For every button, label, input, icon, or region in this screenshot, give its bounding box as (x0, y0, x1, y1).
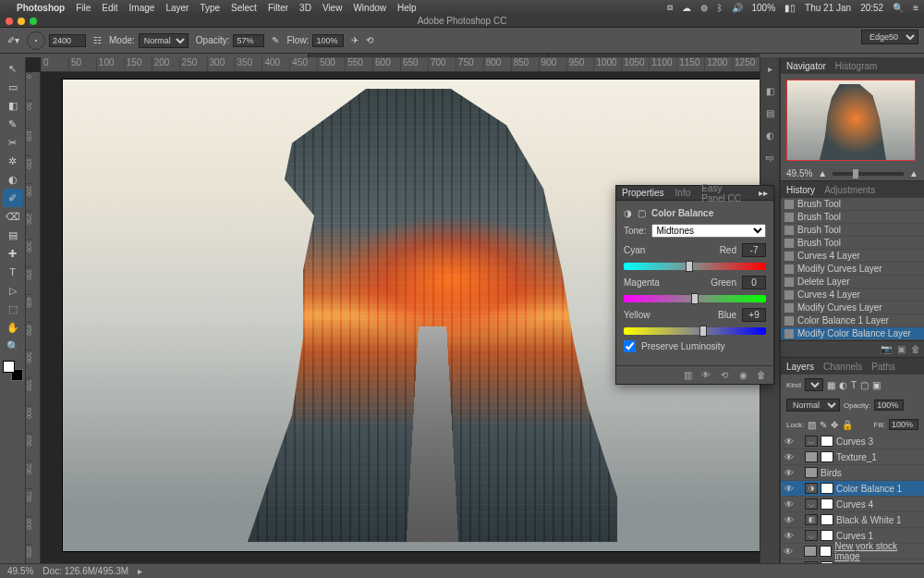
adjustment-thumbnail[interactable]: ◡ (805, 530, 818, 541)
layer-name[interactable]: New york stock image (834, 541, 921, 561)
lock-position-icon[interactable]: ✥ (831, 420, 838, 430)
menu-layer[interactable]: Layer (165, 3, 188, 13)
pressure-opacity-icon[interactable]: ✎ (272, 35, 279, 45)
visibility-icon[interactable]: 👁 (784, 547, 794, 557)
cb-value-field[interactable]: 0 (742, 276, 766, 289)
visibility-icon[interactable]: 👁 (784, 531, 794, 541)
history-snapshot-icon[interactable]: 📷 (881, 344, 892, 354)
zoom-window[interactable] (30, 18, 37, 25)
menubar-time[interactable]: 20:52 (860, 3, 883, 13)
menu-file[interactable]: File (76, 3, 91, 13)
brush-size-field[interactable] (49, 34, 86, 47)
panel-icon[interactable]: ▸ (762, 61, 777, 76)
layer-row[interactable]: 👁Birds (781, 465, 924, 481)
layer-name[interactable]: Black & White 1 (836, 515, 902, 525)
history-item[interactable]: Brush Tool (781, 211, 924, 224)
panel-tab-history[interactable]: History (786, 185, 815, 195)
history-item[interactable]: Color Balance 1 Layer (781, 314, 924, 327)
reset-icon[interactable]: ⟲ (718, 369, 731, 382)
navigator-zoom-value[interactable]: 49.5% (786, 168, 812, 178)
cb-slider[interactable] (624, 327, 766, 335)
toggle-visibility-icon[interactable]: ◉ (736, 369, 749, 382)
panel-tab-histogram[interactable]: Histogram (835, 61, 878, 71)
layer-row[interactable]: 👁New york stock image (781, 544, 924, 560)
blend-mode-select[interactable]: Normal (139, 33, 188, 48)
layer-row[interactable]: 👁◡Curves 4 (781, 497, 924, 512)
layer-mask-thumbnail[interactable] (820, 546, 833, 557)
layer-name[interactable]: Birds (821, 468, 842, 478)
pressure-size-icon[interactable]: ⟲ (366, 35, 373, 45)
layer-name[interactable]: Curves 4 (836, 499, 873, 510)
hand-tool[interactable]: ✋ (3, 318, 23, 337)
dodge-tool[interactable]: ✚ (3, 244, 23, 263)
quick-select-tool[interactable]: ✎ (3, 115, 23, 133)
history-item[interactable]: Curves 4 Layer (781, 289, 924, 301)
notification-icon[interactable]: ≡ (913, 3, 918, 13)
menu-help[interactable]: Help (397, 3, 417, 13)
panel-icon[interactable]: ◧ (762, 83, 777, 98)
history-item[interactable]: Modify Color Balance Layer (781, 327, 924, 340)
panel-tab-adjustments[interactable]: Adjustments (824, 185, 875, 195)
menu-type[interactable]: Type (200, 3, 220, 13)
vertical-ruler[interactable]: 0501001502002503003504004505005506006507… (26, 72, 41, 563)
cb-slider[interactable] (624, 295, 766, 302)
adjustment-thumbnail[interactable]: ◑ (805, 483, 818, 494)
airbrush-icon[interactable]: ✈ (351, 35, 359, 45)
filter-smart-icon[interactable]: ▣ (872, 380, 881, 390)
layer-name[interactable]: Color Balance 1 (836, 484, 902, 494)
zoom-tool[interactable]: 🔍 (3, 337, 23, 355)
minimize-window[interactable] (18, 18, 25, 25)
filter-adj-icon[interactable]: ◐ (839, 380, 847, 390)
visibility-icon[interactable]: 👁 (784, 499, 794, 510)
battery-icon[interactable]: ▮▯ (784, 3, 796, 13)
history-item[interactable]: Modify Curves Layer (781, 301, 924, 314)
visibility-icon[interactable]: 👁 (784, 452, 794, 462)
tool-preset-icon[interactable]: ✐▾ (7, 35, 19, 45)
dropbox-icon[interactable]: ⧈ (667, 2, 673, 13)
foreground-color[interactable] (3, 361, 15, 373)
panel-tab-info[interactable]: Info (675, 188, 691, 198)
cloud-icon[interactable]: ☁ (682, 3, 691, 13)
history-item[interactable]: Brush Tool (781, 224, 924, 237)
lock-transparency-icon[interactable]: ▨ (808, 420, 816, 430)
layer-thumbnail[interactable] (805, 467, 818, 478)
menu-view[interactable]: View (322, 3, 343, 13)
layer-mask-thumbnail[interactable] (821, 498, 833, 510)
opacity-field[interactable] (233, 34, 264, 47)
cb-value-field[interactable]: +9 (742, 308, 766, 322)
layer-filter-select[interactable]: ⬚ (805, 378, 823, 391)
layer-mask-thumbnail[interactable] (821, 436, 833, 447)
layer-row[interactable]: 👁◡Curves 3 (781, 434, 924, 449)
layer-thumbnail[interactable] (805, 451, 818, 462)
panel-icon[interactable]: ◐ (762, 128, 777, 142)
history-item[interactable]: Curves 4 Layer (781, 250, 924, 263)
adjustment-thumbnail[interactable]: ◡ (805, 498, 818, 510)
history-new-icon[interactable]: ▣ (897, 344, 906, 354)
crop-tool[interactable]: ✂ (3, 133, 23, 152)
gradient-tool[interactable]: ▤ (3, 226, 23, 244)
properties-panel[interactable]: Properties Info Easy Panel CC ▸▸ ◑ ▢ Col… (615, 185, 774, 385)
color-swatches[interactable] (3, 361, 23, 381)
layer-blend-select[interactable]: Normal (786, 399, 840, 412)
menu-select[interactable]: Select (231, 3, 257, 13)
filter-pixel-icon[interactable]: ▦ (827, 380, 835, 390)
delete-adjustment-icon[interactable]: 🗑 (755, 369, 768, 382)
wifi-icon[interactable]: ⊚ (700, 3, 708, 13)
app-name[interactable]: Photoshop (17, 3, 65, 13)
view-previous-icon[interactable]: 👁 (699, 369, 712, 382)
lasso-tool[interactable]: ◧ (3, 96, 23, 115)
heal-tool[interactable]: ◐ (3, 170, 23, 189)
history-item[interactable]: Delete Layer (781, 276, 924, 289)
visibility-icon[interactable]: 👁 (784, 468, 794, 478)
tone-select[interactable]: Midtones (651, 224, 766, 238)
menu-edit[interactable]: Edit (102, 3, 117, 13)
layer-mask-thumbnail[interactable] (821, 483, 833, 494)
cb-slider[interactable] (624, 263, 766, 270)
history-delete-icon[interactable]: 🗑 (911, 344, 920, 354)
layer-mask-thumbnail[interactable] (821, 451, 833, 462)
menu-image[interactable]: Image (129, 3, 155, 13)
history-item[interactable]: Brush Tool (781, 237, 924, 250)
move-tool[interactable]: ↖ (3, 59, 23, 78)
close-window[interactable] (6, 18, 13, 25)
layer-row[interactable]: 👁◑Color Balance 1 (781, 481, 924, 497)
